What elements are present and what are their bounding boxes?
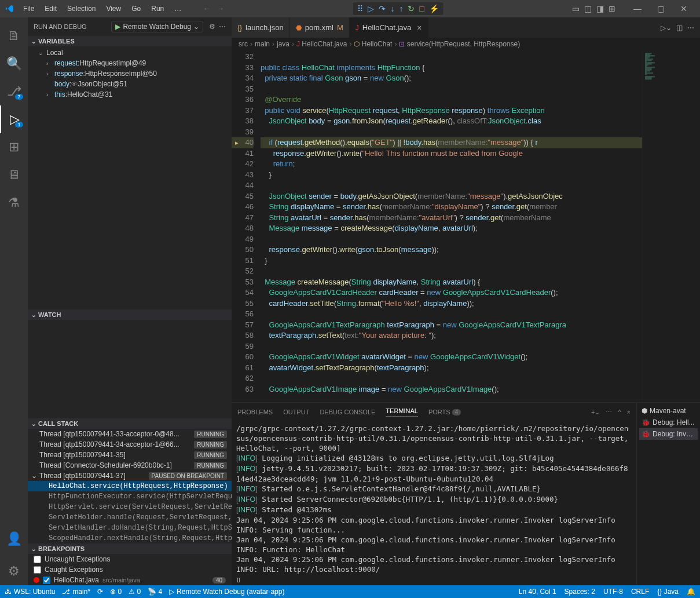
run-config-dropdown[interactable]: ▶ Remote Watch Debug ⌄ [111,21,203,32]
forward-arrow-icon[interactable]: → [217,5,224,13]
thread-row[interactable]: Thread [qtp1500079441-33-acceptor-0@48..… [28,429,232,439]
thread-row[interactable]: Thread [qtp1500079441-35]RUNNING [28,450,232,460]
split-icon[interactable]: ◫ [676,24,683,32]
step-out-icon[interactable]: ↑ [399,4,403,13]
restart-icon[interactable]: ↻ [408,4,415,13]
sb-errors[interactable]: ⊗ 0 [110,588,122,596]
watch-section[interactable]: ⌄WATCH [28,309,232,320]
var-this[interactable]: ›this: HelloChat@31 [28,89,232,100]
scope-local[interactable]: ⌄Local [28,48,232,58]
close-button[interactable]: ✕ [672,1,695,17]
layout-editor-icon[interactable]: ▭ [572,4,580,13]
sb-ports[interactable]: 📡 4 [148,588,162,596]
gear-icon[interactable]: ⚙ [209,23,215,31]
menu-run[interactable]: Run [146,2,168,15]
thread-row[interactable]: Thread [qtp1500079441-34-acceptor-1@66..… [28,439,232,450]
layout-panel-icon[interactable]: ◫ [584,4,592,13]
menu-selection[interactable]: Selection [63,2,100,15]
var-body[interactable]: body: 👁 JsonObject@51 [28,79,232,89]
drag-handle-icon[interactable]: ⠿ [357,4,363,13]
testing-icon[interactable]: ⚗ [0,189,28,217]
tab-launch.json[interactable]: {}launch.json [232,17,290,38]
menu-view[interactable]: View [101,2,126,15]
tab-HelloChat.java[interactable]: JHelloChat.java× [350,17,428,38]
var-request[interactable]: ›request: HttpRequestImpl@49 [28,58,232,68]
layout-sidebar-icon[interactable]: ◨ [596,4,604,13]
bp-caught[interactable]: Caught Exceptions [28,564,232,575]
step-into-icon[interactable]: ↓ [390,4,394,13]
panel-tab-debug-console[interactable]: DEBUG CONSOLE [320,409,375,415]
breadcrumb-item[interactable]: ⬡ HelloChat [354,40,392,48]
variables-section[interactable]: ⌄VARIABLES [28,36,232,46]
thread-paused[interactable]: ⌄Thread [qtp1500079441-37]PAUSED ON BREA… [28,471,232,481]
debug-icon[interactable]: ▷1 [0,105,28,133]
menu-go[interactable]: Go [127,2,145,15]
search-icon[interactable]: 🔍 [0,50,28,78]
more-icon[interactable]: ⋯ [606,409,612,416]
callstack-section[interactable]: ⌄CALL STACK [28,418,232,429]
tab-pom.xml[interactable]: ⬣pom.xmlM [290,17,350,38]
panel-tab-problems[interactable]: PROBLEMS [237,409,273,415]
stack-frame[interactable]: HttpFunctionExecutor.service(HttpServlet… [28,491,232,502]
explorer-icon[interactable]: 🗎 [0,22,28,50]
code-editor[interactable]: public class HelloChat implements HttpFu… [261,50,642,402]
sb-debug[interactable]: ▷ Remote Watch Debug (avatar-app) [169,588,284,596]
breadcrumb-item[interactable]: src [239,40,248,48]
thread-row[interactable]: Thread [Connector-Scheduler-6920b0bc-1]R… [28,460,232,471]
sb-position[interactable]: Ln 40, Col 1 [519,588,556,596]
minimap[interactable]: ████████████████████████████████████████… [642,50,700,402]
close-icon[interactable]: × [417,23,422,32]
bp-uncaught[interactable]: Uncaught Exceptions [28,554,232,564]
more-icon[interactable]: ⋯ [219,23,226,31]
breadcrumb-item[interactable]: ⊡ service(HttpRequest, HttpResponse) [399,40,520,48]
scm-icon[interactable]: ⎇7 [0,78,28,105]
panel-tab-ports[interactable]: PORTS 4 [428,409,461,415]
run-icon[interactable]: ▷⌄ [661,24,672,32]
panel-tab-terminal[interactable]: TERMINAL [386,407,418,417]
breadcrumb-item[interactable]: java [277,40,289,48]
settings-icon[interactable]: ⚙ [0,557,28,585]
maximize-button[interactable]: ▢ [649,1,672,17]
stack-frame[interactable]: HelloChat.service(HttpRequest,HttpRespon… [28,481,232,491]
panel-tab-output[interactable]: OUTPUT [283,409,309,415]
breadcrumb-item[interactable]: J HelloChat.java [296,40,347,48]
breakpoints-section[interactable]: ⌄BREAKPOINTS [28,544,232,554]
var-response[interactable]: ›response: HttpResponseImpl@50 [28,68,232,79]
back-arrow-icon[interactable]: ← [203,5,210,13]
sb-remote[interactable]: 🖧 WSL: Ubuntu [5,588,55,596]
menu-file[interactable]: File [19,2,39,15]
sb-sync[interactable]: ⟳ [97,588,103,596]
stack-frame[interactable]: ServletHandler.doHandle(String,Request,H… [28,523,232,533]
layout-customize-icon[interactable]: ⊞ [609,4,615,13]
new-terminal-icon[interactable]: +⌄ [591,409,600,416]
stack-frame[interactable]: HttpServlet.service(ServletRequest,Servl… [28,502,232,512]
remote-explorer-icon[interactable]: 🖥 [0,161,28,189]
stop-icon[interactable]: □ [419,4,424,13]
terminal-item[interactable]: 🐞Debug: Invo... [639,428,698,440]
bp-file[interactable]: HelloChat.java src/main/java 40 [28,575,232,585]
terminal-item[interactable]: ⬢Maven-avat [639,405,698,417]
sb-language[interactable]: {} Java [657,588,679,596]
sb-bell[interactable]: 🔔 [687,588,695,596]
sb-encoding[interactable]: UTF-8 [603,588,623,596]
terminal-item[interactable]: 🐞Debug: Hell... [639,417,698,428]
continue-icon[interactable]: ▷ [368,4,374,13]
sb-warnings[interactable]: ⚠ 0 [129,588,141,596]
menu-edit[interactable]: Edit [40,2,61,15]
sb-branch[interactable]: ⎇ main* [62,588,90,596]
minimize-button[interactable]: — [626,1,649,17]
maximize-panel-icon[interactable]: ^ [618,409,621,416]
stack-frame[interactable]: ServletHolder.handle(Request,ServletRequ… [28,512,232,523]
extensions-icon[interactable]: ⊞ [0,133,28,161]
breadcrumb-item[interactable]: main [255,40,270,48]
breadcrumb[interactable]: src›main›java›J HelloChat.java›⬡ HelloCh… [232,38,700,50]
hot-reload-icon[interactable]: ⚡ [429,4,439,13]
line-gutter[interactable]: 3233343536373839▸40414243444546474849505… [232,50,261,402]
terminal-output[interactable]: /grpc/grpc-context/1.27.2/grpc-context-1… [232,421,636,585]
close-panel-icon[interactable]: × [627,409,631,416]
more-icon[interactable]: ⋯ [687,24,694,32]
sb-eol[interactable]: CRLF [631,588,649,596]
menu-…[interactable]: … [170,2,186,15]
stack-frame[interactable]: ScopedHandler.nextHandle(String,Request,… [28,533,232,544]
step-over-icon[interactable]: ↷ [379,4,386,13]
